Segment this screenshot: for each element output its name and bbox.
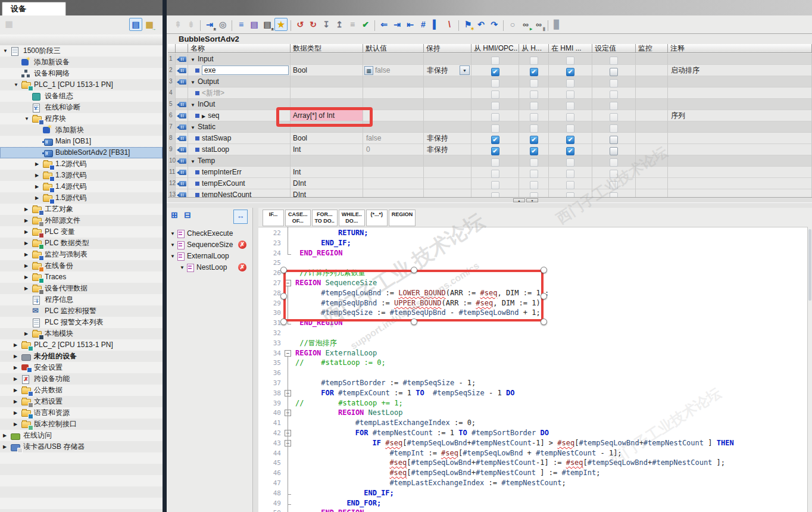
cell-from-hmi-opc[interactable] [471, 110, 519, 121]
table-row[interactable]: 6▶seqArray[*] of Int序列 [168, 110, 812, 121]
cell-from-hmi-opc[interactable] [471, 76, 519, 88]
compile-icon[interactable]: ✔ [360, 18, 371, 30]
cell-name[interactable]: tempNestCount [188, 189, 291, 197]
expand-arrow-icon[interactable]: ▶ [35, 181, 39, 192]
expand-arrow-icon[interactable]: ▶ [14, 373, 17, 385]
devices-tab[interactable]: 设备 [2, 2, 66, 16]
column-header-row-number[interactable] [168, 44, 176, 53]
cell-from-h[interactable] [519, 110, 549, 121]
cell-at-hmi[interactable] [549, 99, 592, 110]
from-hmi-opc-checkbox[interactable]: ✔ [491, 136, 499, 144]
tree-item--[interactable]: ▶在线备份 [0, 260, 163, 271]
cell-name[interactable]: ▼Temp [188, 155, 291, 167]
code-line-31[interactable]: 31END_REGION [258, 318, 812, 328]
tree-item-traces[interactable]: ▶Traces [0, 271, 163, 283]
cell-setpoint[interactable] [592, 76, 636, 88]
table-row[interactable]: 10▼Temp [168, 155, 812, 167]
expand-arrow-icon[interactable]: ▶ [24, 215, 28, 226]
tree-item-1500-[interactable]: ▼1500阶段三 [0, 45, 163, 57]
tree-item--[interactable]: ▶外部源文件 [0, 215, 163, 226]
cell-default-value[interactable] [363, 110, 424, 121]
tree-item-plc_1-cpu-1513-1-pn-[interactable]: ▼PLC_1 [CPU 1513-1 PN] [0, 79, 163, 90]
expand-arrow-icon[interactable]: ▶ [35, 170, 39, 181]
expand-all-regions-icon[interactable]: ⊞ [168, 209, 180, 221]
expand-arrow-icon[interactable]: ▶ [14, 385, 17, 396]
cell-data-type[interactable]: Bool [291, 133, 363, 144]
tree-item-plc-[interactable]: ▶PLC 变量 [0, 226, 163, 238]
from-hmi-opc-checkbox[interactable] [491, 181, 499, 189]
collapse-arrow-icon[interactable]: ▼ [180, 262, 185, 273]
cell-name[interactable]: tempExCount [188, 178, 291, 189]
cell-setpoint[interactable] [592, 65, 636, 76]
cell-monitor[interactable] [636, 65, 668, 76]
code-line-29[interactable]: 29#tempSeqUpBnd := UPPER_BOUND(ARR := #s… [258, 298, 812, 308]
at-hmi-checkbox[interactable] [566, 102, 574, 110]
cell-retain[interactable]: 非保持 [424, 133, 471, 144]
cell-monitor[interactable] [636, 133, 668, 144]
code-line-47[interactable]: 47#tempLastExchangeIndex := #tempNestCou… [258, 478, 812, 488]
cell-comment[interactable] [668, 144, 812, 155]
from-hmi-opc-checkbox[interactable] [491, 57, 499, 65]
code-line-27[interactable]: 27−REGION SequenceSize [258, 278, 812, 288]
cell-monitor[interactable] [636, 144, 668, 155]
cell-retain[interactable] [424, 110, 471, 121]
section-collapse-icon[interactable]: ▼ [190, 125, 195, 130]
expand-arrow-icon[interactable]: ▶ [14, 339, 17, 351]
from-h-checkbox[interactable] [530, 90, 538, 99]
setpoint-checkbox[interactable] [610, 158, 618, 167]
array-expand-icon[interactable]: ▶ [202, 114, 205, 119]
db-plug-icon[interactable]: ▤ [248, 18, 260, 30]
keep-actual-values-icon[interactable]: ⇥± [204, 18, 216, 30]
cell-monitor[interactable] [636, 54, 668, 65]
cell-default-value[interactable] [363, 88, 424, 99]
collapse-arrow-icon[interactable]: ▼ [170, 228, 175, 239]
at-hmi-checkbox[interactable] [566, 79, 574, 88]
absolute-operands-icon[interactable]: \ [444, 18, 455, 30]
cell-default-value[interactable] [363, 121, 424, 133]
cell-at-hmi[interactable] [549, 121, 592, 133]
open-new-editor-icon[interactable]: ▦→ [143, 18, 155, 30]
tree-item-main-ob1-[interactable]: Main [OB1] [0, 136, 163, 147]
column-header-at-hmi[interactable]: 在 HMI ... [549, 44, 592, 53]
value-table-icon[interactable]: ▦ [364, 66, 373, 75]
snapshot-values-icon[interactable]: ▤± [261, 18, 273, 30]
cell-comment[interactable] [668, 121, 812, 133]
tree-item-plc-[interactable]: PLC 报警文本列表 [0, 317, 163, 328]
cell-setpoint[interactable] [592, 110, 636, 121]
tree-item--[interactable]: 设备组态 [0, 90, 163, 102]
cell-from-h[interactable]: ✔ [519, 144, 549, 155]
cell-data-type[interactable] [291, 76, 363, 88]
renumber-icon[interactable]: # [417, 18, 429, 30]
cell-from-hmi-opc[interactable]: ✔ [471, 144, 519, 155]
table-row[interactable]: 2exeBool▦false非保持▼✔✔✔启动排序 [168, 65, 812, 76]
from-hmi-opc-checkbox[interactable] [491, 170, 499, 178]
cell-data-type[interactable]: DInt [291, 178, 363, 189]
find-icon[interactable]: ○ [507, 18, 519, 30]
pin-icon[interactable]: ◎ [217, 18, 229, 30]
tree-item--[interactable]: ▶✗跨设备功能 [0, 373, 163, 385]
cell-data-type[interactable]: Int [291, 144, 363, 155]
retain-dropdown[interactable]: ▼ [460, 65, 470, 75]
expand-arrow-icon[interactable]: ▶ [14, 419, 17, 430]
code-line-50[interactable]: 50END_REGION [258, 508, 812, 512]
table-row[interactable]: 5▼InOut [168, 99, 812, 110]
cell-data-type[interactable] [291, 155, 363, 167]
cell-retain[interactable] [424, 178, 471, 189]
expand-arrow-icon[interactable]: ▶ [24, 328, 28, 339]
cell-retain[interactable] [424, 99, 471, 110]
code-line-44[interactable]: 44#tempInt := #seq[#tempSeqLowBnd + #tem… [258, 448, 812, 458]
keyword-button-region[interactable]: REGION [389, 210, 416, 226]
cell-at-hmi[interactable] [549, 110, 592, 121]
section-collapse-icon[interactable]: ▼ [190, 159, 195, 164]
cell-data-type[interactable] [291, 121, 363, 133]
tree-item--[interactable]: ▶设备代理数据 [0, 283, 163, 294]
from-h-checkbox[interactable] [530, 124, 538, 133]
cell-setpoint[interactable] [592, 189, 636, 197]
keyword-button-if[interactable]: IF... [263, 210, 284, 226]
upload-values-icon[interactable]: ↥ [333, 18, 345, 30]
expand-arrow-icon[interactable]: ▶ [24, 238, 28, 249]
cell-name[interactable]: <新增> [188, 88, 291, 99]
indent-left-icon[interactable]: ⇤ [404, 18, 416, 30]
code-line-40[interactable]: 40−REGION NestLoop [258, 408, 812, 418]
cell-data-type[interactable] [291, 54, 363, 65]
